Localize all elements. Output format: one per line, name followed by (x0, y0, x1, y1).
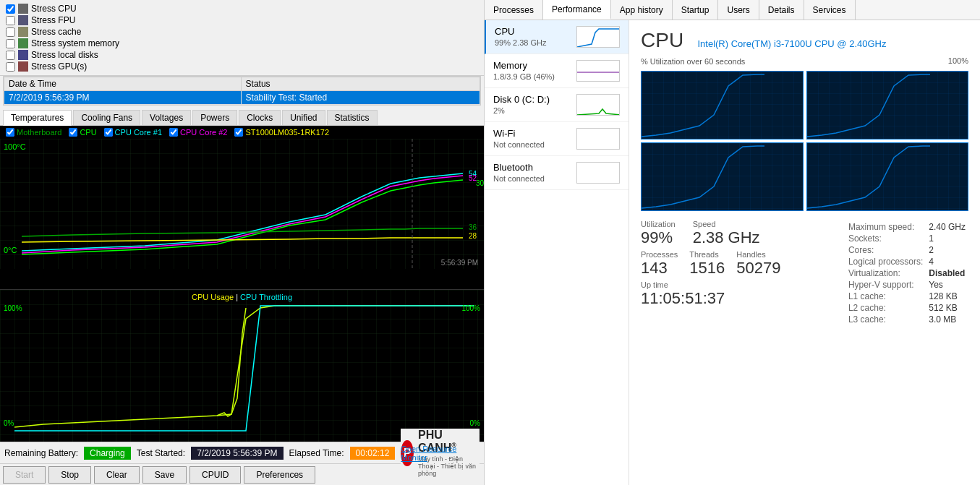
tab-unified[interactable]: Unified (282, 110, 325, 125)
proc-value: 143 (641, 259, 678, 278)
svg-rect-15 (807, 143, 968, 211)
tab-temperatures[interactable]: Temperatures (3, 110, 72, 126)
legend-cpu-core2: CPU Core #2 (169, 128, 227, 137)
speed-label: Speed (693, 220, 760, 228)
start-button[interactable]: Start (3, 466, 46, 484)
stress-cpu-checkbox[interactable] (6, 4, 15, 14)
tm-tab-startup[interactable]: Startup (673, 0, 719, 20)
perf-bt-name: Bluetooth (493, 162, 545, 173)
legend-cpu-core1-label: CPU Core #1 (115, 128, 162, 137)
stress-fpu-checkbox[interactable] (6, 16, 15, 25)
legend-cpu-core2-checkbox[interactable] (169, 128, 178, 137)
right-stats: Maximum speed: 2.40 GHz Sockets: 1 Cores… (845, 221, 968, 325)
tm-tab-processes[interactable]: Processes (485, 0, 543, 20)
rs-l1-value: 128 KB (926, 291, 968, 302)
tab-clocks[interactable]: Clocks (239, 110, 281, 125)
rs-sockets-value: 1 (926, 233, 968, 244)
rs-l3-value: 3.0 MB (926, 314, 968, 325)
graph-max: 100% (948, 56, 968, 65)
tm-tab-users[interactable]: Users (718, 0, 759, 20)
speed-block: Speed 2.38 GHz (693, 220, 760, 247)
log-cell-datetime: 7/2/2019 5:56:39 PM (4, 91, 242, 105)
left-panel: Stress CPU Stress FPU Stress cache Stres… (0, 0, 485, 485)
tm-tab-details[interactable]: Details (759, 0, 804, 20)
cpu-chart-title: CPU Usage | CPU Throttling (192, 293, 292, 301)
stop-button[interactable]: Stop (48, 466, 91, 484)
perf-item-disk[interactable]: Disk 0 (C: D:) 2% (485, 88, 629, 122)
svg-rect-9 (642, 72, 803, 140)
stress-gpu-checkbox[interactable] (6, 62, 15, 72)
val-28: 28 (469, 232, 477, 240)
log-cell-status: Stability Test: Started (241, 91, 480, 105)
rs-l2: L2 cache: 512 KB (845, 302, 968, 314)
cpu-throttling-label: CPU Throttling (240, 293, 292, 301)
right-stats-table: Maximum speed: 2.40 GHz Sockets: 1 Cores… (845, 221, 968, 325)
tab-voltages[interactable]: Voltages (142, 110, 191, 125)
disk-icon (18, 50, 28, 60)
test-started-label: Test Started: (137, 448, 185, 458)
log-row[interactable]: 7/2/2019 5:56:39 PM Stability Test: Star… (4, 91, 480, 105)
tm-tab-bar: Processes Performance App history Startu… (485, 0, 980, 20)
test-started-value: 7/2/2019 5:56:39 PM (191, 447, 283, 460)
tab-powers[interactable]: Powers (192, 110, 237, 125)
tab-cooling-fans[interactable]: Cooling Fans (73, 110, 140, 125)
proc-thread-row: Processes 143 Threads 1516 Handles 50279 (641, 250, 781, 278)
rs-l1-label: L1 cache: (845, 291, 926, 302)
rs-sockets: Sockets: 1 (845, 233, 968, 244)
stats-row: Utilization 99% Speed 2.38 GHz Proces (641, 215, 968, 325)
rs-virt-label: Virtualization: (845, 267, 926, 279)
right-panel: Processes Performance App history Startu… (485, 0, 980, 485)
tab-statistics[interactable]: Statistics (327, 110, 378, 125)
legend-motherboard-label: Motherboard (17, 128, 61, 137)
save-button[interactable]: Save (142, 466, 187, 484)
tm-tab-app-history[interactable]: App history (611, 0, 673, 20)
cpuid-button[interactable]: CPUID (189, 466, 241, 484)
uptime-value: 11:05:51:37 (641, 289, 781, 308)
perf-disk-value: 2% (493, 106, 550, 115)
perf-memory-value: 1.8/3.9 GB (46%) (493, 72, 555, 81)
cpu-y-bottom: 0% (4, 419, 14, 427)
legend-cpu-checkbox[interactable] (69, 128, 77, 137)
svg-rect-11 (807, 72, 968, 140)
preferences-button[interactable]: Preferences (244, 466, 315, 484)
tm-tab-performance[interactable]: Performance (543, 0, 611, 20)
rs-virt-value: Disabled (926, 267, 968, 279)
stress-cache-checkbox[interactable] (6, 27, 15, 37)
legend-cpu-core1-checkbox[interactable] (104, 128, 113, 137)
rs-cores: Cores: 2 (845, 244, 968, 256)
elapsed-label: Elapsed Time: (289, 448, 344, 458)
stress-cpu-label: Stress CPU (31, 4, 77, 14)
legend-motherboard-checkbox[interactable] (6, 128, 14, 137)
rs-max-speed-value: 2.40 GHz (926, 221, 968, 233)
legend-disk: ST1000LM035-1RK172 (234, 128, 329, 137)
svg-rect-4 (577, 61, 620, 82)
perf-item-cpu[interactable]: CPU 99% 2.38 GHz (485, 20, 629, 54)
perf-item-memory[interactable]: Memory 1.8/3.9 GB (46%) (485, 54, 629, 88)
legend-disk-checkbox[interactable] (234, 128, 243, 137)
tab-bar: Temperatures Cooling Fans Voltages Power… (0, 108, 484, 126)
perf-bt-value: Not connected (493, 174, 545, 183)
log-header-datetime: Date & Time (4, 77, 242, 91)
temperature-chart: Motherboard CPU CPU Core #1 CPU Core #2 (0, 126, 484, 290)
temperature-chart-svg: 54 52 36 28 30 (0, 139, 484, 269)
perf-detail-title: CPU (641, 29, 683, 52)
util-value: 99% (641, 228, 676, 247)
perf-memory-name: Memory (493, 60, 555, 71)
perf-item-bluetooth[interactable]: Bluetooth Not connected (485, 156, 629, 190)
stress-disks-checkbox[interactable] (6, 51, 15, 60)
clear-button[interactable]: Clear (94, 466, 140, 484)
legend-cpu-core1: CPU Core #1 (104, 128, 162, 137)
utilization-block: Utilization 99% (641, 220, 676, 247)
perf-wifi-value: Not connected (493, 140, 545, 149)
perf-item-wifi[interactable]: Wi-Fi Not connected (485, 122, 629, 156)
stress-fpu-item: Stress FPU (6, 14, 478, 26)
stress-memory-checkbox[interactable] (6, 39, 15, 48)
util-speed-row: Utilization 99% Speed 2.38 GHz (641, 220, 781, 247)
processes-block: Processes 143 (641, 250, 678, 278)
perf-cpu-mini-chart (576, 26, 620, 48)
open-resource-monitor-link[interactable]: Open Resource Monitor (401, 445, 474, 462)
rs-max-speed-label: Maximum speed: (845, 221, 926, 233)
threads-value: 1516 (689, 259, 725, 278)
tm-tab-services[interactable]: Services (804, 0, 856, 20)
bottom-bar: Remaining Battery: Charging Test Started… (0, 442, 484, 463)
